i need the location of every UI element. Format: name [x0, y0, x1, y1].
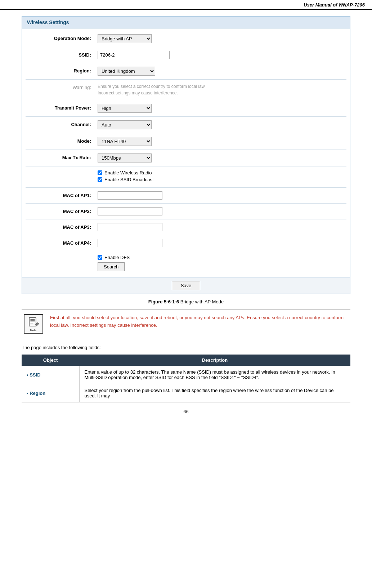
transmit-power-row: Transmit Power: High — [26, 100, 346, 117]
note-section: Note First at all, you should select you… — [22, 309, 350, 338]
region-row: Region: United Kingdom — [26, 63, 346, 80]
ssid-input[interactable] — [98, 51, 170, 59]
channel-label: Channel: — [26, 117, 98, 133]
warning-text: Ensure you select a correct country to c… — [98, 80, 346, 100]
channel-value: Auto — [98, 117, 346, 133]
search-button[interactable]: Search — [98, 262, 125, 271]
ssid-row: SSID: — [26, 47, 346, 63]
channel-row: Channel: Auto — [26, 117, 346, 133]
transmit-power-label: Transmit Power: — [26, 100, 98, 117]
checkboxes-row: Enable Wireless Radio Enable SSID Broadc… — [26, 166, 346, 188]
checkboxes-value: Enable Wireless Radio Enable SSID Broadc… — [98, 166, 346, 188]
ssid-label: SSID: — [26, 47, 98, 63]
ssid-object-label: SSID — [27, 372, 41, 378]
max-tx-rate-value: 150Mbps — [98, 150, 346, 166]
table-header-description: Description — [79, 355, 350, 366]
operation-mode-value: Bridge with AP — [98, 31, 346, 47]
table-cell-description-1: Select your region from the pull-down li… — [79, 384, 350, 402]
transmit-power-select[interactable]: High — [98, 104, 152, 113]
enable-wireless-radio-checkbox[interactable] — [98, 170, 102, 175]
operation-mode-select[interactable]: Bridge with AP — [98, 34, 152, 43]
region-select[interactable]: United Kingdom — [98, 67, 155, 76]
intro-text: The page includes the following fields: — [22, 345, 350, 350]
table-cell-description-0: Enter a value of up to 32 characters. Th… — [79, 366, 350, 384]
transmit-power-value: High — [98, 100, 346, 117]
mac-ap1-row: MAC of AP1: — [26, 188, 346, 204]
wireless-settings-header: Wireless Settings — [22, 17, 350, 28]
region-object-label: Region — [27, 391, 45, 396]
description-table: Object Description SSID Enter a value of… — [22, 355, 350, 402]
enable-dfs-label: Enable DFS — [104, 255, 130, 260]
enable-wireless-radio-label: Enable Wireless Radio — [104, 170, 152, 175]
mac-ap4-row: MAC of AP4: — [26, 235, 346, 251]
max-tx-rate-row: Max Tx Rate: 150Mbps — [26, 150, 346, 166]
enable-ssid-broadcast-checkbox[interactable] — [98, 177, 102, 182]
mac-ap3-input[interactable] — [98, 223, 162, 231]
mac-ap2-row: MAC of AP2: — [26, 204, 346, 219]
mac-ap2-input[interactable] — [98, 207, 162, 215]
enable-wireless-radio-row: Enable Wireless Radio — [98, 170, 343, 175]
wireless-settings-box: Wireless Settings Operation Mode: Bridge… — [22, 16, 350, 294]
mac-ap3-label: MAC of AP3: — [26, 219, 98, 235]
save-button[interactable]: Save — [172, 281, 201, 290]
mac-ap4-label: MAC of AP4: — [26, 235, 98, 251]
note-label: Note — [30, 329, 37, 332]
mode-label: Mode: — [26, 133, 98, 150]
save-row: Save — [22, 277, 350, 294]
main-content: Wireless Settings Operation Mode: Bridge… — [0, 10, 372, 406]
mode-select[interactable]: 11NA HT40 — [98, 137, 152, 146]
max-tx-rate-select[interactable]: 150Mbps — [98, 153, 152, 162]
region-label: Region: — [26, 63, 98, 80]
figure-caption: Figure 5-6-1-6 Bridge with AP Mode — [22, 299, 350, 304]
mode-value: 11NA HT40 — [98, 133, 346, 150]
mode-row: Mode: 11NA HT40 — [26, 133, 346, 150]
mac-ap4-input[interactable] — [98, 239, 162, 247]
enable-ssid-broadcast-row: Enable SSID Broadcast — [98, 177, 343, 182]
mac-ap2-label: MAC of AP2: — [26, 204, 98, 219]
settings-table: Operation Mode: Bridge with AP SSID: — [26, 31, 346, 275]
header-title: User Manual of WNAP-7206 — [304, 2, 365, 8]
note-icon: Note — [24, 314, 43, 334]
mac-ap3-row: MAC of AP3: — [26, 219, 346, 235]
max-tx-rate-label: Max Tx Rate: — [26, 150, 98, 166]
table-row: Region Select your region from the pull-… — [22, 384, 350, 402]
wireless-settings-title: Wireless Settings — [27, 19, 69, 25]
note-text: First at all, you should select your loc… — [50, 314, 350, 329]
mac-ap1-label: MAC of AP1: — [26, 188, 98, 204]
ssid-value — [98, 47, 346, 63]
table-header-row: Object Description — [22, 355, 350, 366]
table-header-object: Object — [22, 355, 79, 366]
table-cell-object-0: SSID — [22, 366, 79, 384]
figure-description: Bridge with AP Mode — [180, 299, 224, 304]
operation-mode-row: Operation Mode: Bridge with AP — [26, 31, 346, 47]
enable-ssid-broadcast-label: Enable SSID Broadcast — [104, 177, 154, 182]
dfs-search-row: Enable DFS Search — [26, 251, 346, 275]
page-header: User Manual of WNAP-7206 — [0, 0, 372, 10]
note-icon-wrapper: Note — [22, 314, 45, 334]
enable-dfs-checkbox[interactable] — [98, 255, 102, 260]
search-button-wrapper: Search — [98, 262, 343, 271]
enable-dfs-row: Enable DFS — [98, 255, 343, 260]
mac-ap1-input[interactable] — [98, 191, 162, 200]
warning-label: Warning: — [26, 80, 98, 100]
warning-text-content: Ensure you select a correct country to c… — [98, 83, 343, 96]
dfs-search-value: Enable DFS Search — [98, 251, 346, 275]
table-row: SSID Enter a value of up to 32 character… — [22, 366, 350, 384]
settings-inner: Operation Mode: Bridge with AP SSID: — [22, 28, 350, 277]
operation-mode-label: Operation Mode: — [26, 31, 98, 47]
channel-select[interactable]: Auto — [98, 120, 152, 129]
page-number: -66- — [182, 409, 190, 414]
warning-row: Warning: Ensure you select a correct cou… — [26, 80, 346, 100]
page-footer: -66- — [0, 406, 372, 417]
region-value: United Kingdom — [98, 63, 346, 80]
table-cell-object-1: Region — [22, 384, 79, 402]
figure-label: Figure 5-6-1-6 — [148, 299, 179, 304]
note-svg — [27, 316, 40, 329]
